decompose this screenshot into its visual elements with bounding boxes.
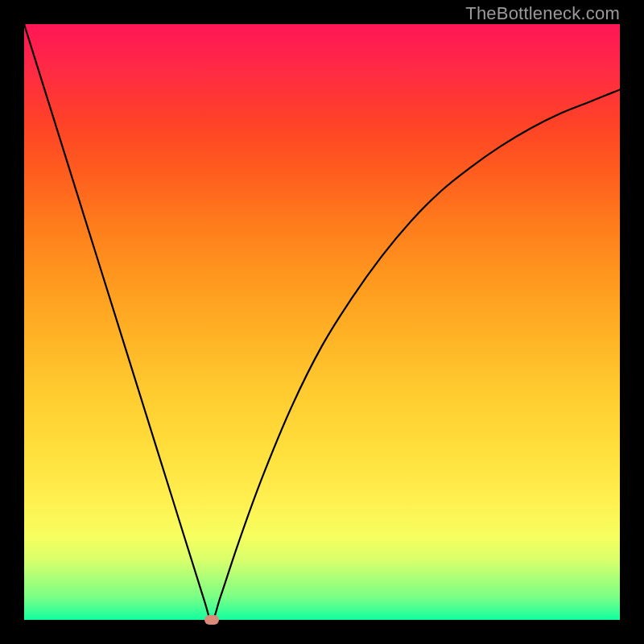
plot-area [24, 24, 620, 620]
curve-svg [24, 24, 620, 620]
chart-frame: TheBottleneck.com [0, 0, 644, 644]
bottleneck-curve [24, 24, 620, 620]
optimum-marker [204, 615, 219, 625]
watermark-text: TheBottleneck.com [465, 3, 620, 24]
